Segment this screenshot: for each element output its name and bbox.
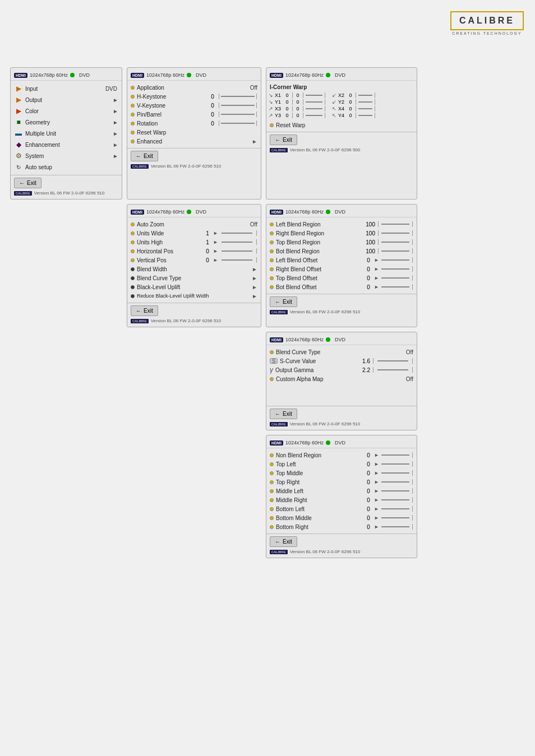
sc-d: [373, 358, 373, 364]
mu-reduce-row[interactable]: Reduce Black-Level Uplift Width ►: [127, 291, 261, 300]
hp-d: [256, 248, 257, 254]
br2-slider: [381, 526, 409, 527]
cw-y4-icon: ↖: [332, 113, 336, 118]
mu-autozoom-row[interactable]: Auto Zoom Off: [127, 220, 261, 229]
geo-enhanced-row[interactable]: Enhanced ►: [127, 137, 261, 146]
br-leftoff-row[interactable]: Left Blend Offset 0 ►: [266, 256, 417, 265]
color-icon: ▶: [14, 106, 23, 115]
cw-y3-d2: [303, 113, 303, 118]
cw-exit-button[interactable]: ← Exit: [270, 134, 297, 145]
cw-reset-row[interactable]: Reset Warp: [266, 120, 417, 129]
bcp-type-row[interactable]: Blend Curve Type Off: [266, 347, 417, 356]
output-icon: ▶: [14, 95, 23, 104]
tbo-arrow: ►: [374, 275, 379, 281]
menu-item-geometry[interactable]: ■ Geometry ►: [11, 117, 122, 128]
nb-midleft-row[interactable]: Middle Left 0 ►: [266, 486, 417, 495]
cw-y2-d: [356, 99, 356, 105]
mu-unitshigh-row[interactable]: Units High 1 ►: [127, 238, 261, 247]
exit-arrow-icon: ←: [19, 180, 25, 186]
uw-indicator: [131, 231, 135, 235]
cw-res: 1024x768p 60Hz: [285, 72, 324, 78]
nb-nonblend-row[interactable]: Non Blend Region 0 ►: [266, 451, 417, 460]
nb-botleft-row[interactable]: Bottom Left 0 ►: [266, 504, 417, 513]
bcp-calibre-badge: CALIBRE: [270, 422, 288, 426]
br-exit-button[interactable]: ← Exit: [270, 296, 297, 307]
bl2-ind: [270, 507, 274, 511]
rbo-value: 0: [365, 266, 372, 272]
menu-item-system[interactable]: ⚙ System ►: [11, 150, 122, 161]
geo-pinbarrel-row[interactable]: Pin/Barrel 0: [127, 110, 261, 119]
br2-d: [412, 524, 413, 530]
nb-topleft-row[interactable]: Top Left 0 ►: [266, 460, 417, 469]
tbo-slider: [381, 277, 409, 279]
br-top-row[interactable]: Top Blend Region 100: [266, 238, 417, 247]
color-arrow: ►: [113, 108, 118, 114]
mu-blendwidth-row[interactable]: Blend Width ►: [127, 265, 261, 273]
vk-slider[interactable]: [218, 103, 257, 108]
nb-dvd-label: DVD: [335, 440, 345, 446]
geo-exit-button[interactable]: ← Exit: [131, 151, 158, 161]
mu-exit-button[interactable]: ← Exit: [131, 305, 158, 316]
mu-vpos-row[interactable]: Vertical Pos 0 ►: [127, 256, 261, 265]
rot-slider[interactable]: [218, 120, 257, 126]
mu-hpos-row[interactable]: Horizontal Pos 0 ►: [127, 247, 261, 256]
br-left-row[interactable]: Left Blend Region 100: [266, 220, 417, 229]
br-botoff-row[interactable]: Bot Blend Offset 0 ►: [266, 282, 417, 291]
br-rightoff-row[interactable]: Right Blend Offset 0 ►: [266, 265, 417, 273]
bc-header: HDMI 1024x768p 60Hz DVD: [266, 336, 417, 345]
nb-midright-row[interactable]: Middle Right 0 ►: [266, 495, 417, 504]
mu-version-bar: CALIBRE Version BL 06 FW 2-0-0F 6296 510: [127, 317, 261, 324]
corner-warp-title: I-Corner Warp: [266, 83, 417, 92]
bcp-alphamap-row[interactable]: Custom Alpha Map Off: [266, 374, 417, 383]
mu-hdmi: HDMI: [131, 210, 144, 215]
nb-topright-row[interactable]: Top Right 0 ►: [266, 477, 417, 486]
input-icon: ▶: [14, 84, 23, 93]
hp-indicator: [131, 249, 135, 253]
enh-indicator: [131, 140, 135, 143]
menu-item-auto[interactable]: ↻ Auto setup: [11, 161, 122, 173]
nb-botmid-row[interactable]: Bottom Middle 0 ►: [266, 513, 417, 522]
br-topoff-row[interactable]: Top Blend Offset 0 ►: [266, 273, 417, 282]
tbo-value: 0: [365, 275, 372, 281]
bm-ind: [270, 516, 274, 520]
uw-slider: [222, 233, 252, 234]
geo-resetwarp-row[interactable]: Reset Warp: [127, 128, 261, 137]
menu-item-input[interactable]: ▶ Input DVD: [11, 83, 122, 94]
geo-application-row[interactable]: Application Off: [127, 83, 261, 92]
hk-slider[interactable]: [218, 94, 257, 99]
bm-value: 0: [365, 515, 372, 521]
logo-sub: CREATING TECHNOLOGY: [450, 31, 524, 35]
geo-rotation-row[interactable]: Rotation 0: [127, 119, 261, 128]
nb-botright-row[interactable]: Bottom Right 0 ►: [266, 522, 417, 531]
mu-blendcurve-row[interactable]: Blend Curve Type ►: [127, 273, 261, 282]
mr-value: 0: [365, 497, 372, 503]
mu-blacklevel-row[interactable]: Black-Level Uplift ►: [127, 282, 261, 291]
bcp-scurve-row[interactable]: S S-Curve Value 1.6: [266, 356, 417, 365]
mu-unitswide-row[interactable]: Units Wide 1 ►: [127, 229, 261, 238]
bcp-exit-button[interactable]: ← Exit: [270, 409, 297, 419]
br-header: HDMI 1024x768p 60Hz DVD: [266, 208, 417, 217]
mu-exit-label: Exit: [144, 308, 153, 314]
bm-d: [412, 515, 413, 521]
br-right-row[interactable]: Right Blend Region 100: [266, 229, 417, 238]
main-exit-button[interactable]: ← Exit: [14, 178, 41, 188]
geo-hkeystone-row[interactable]: H-Keystone 0: [127, 92, 261, 101]
cw-x1-d3: [325, 92, 325, 98]
menu-item-enhancement[interactable]: ◆ Enhancement ►: [11, 139, 122, 150]
main-menu-panel: HDMI 1024x768p 60Hz DVD ▶ Input DVD ▶ Ou…: [10, 67, 122, 200]
system-label: System: [25, 153, 110, 159]
bcp-gamma-row[interactable]: γ Output Gamma 2.2: [266, 365, 417, 374]
rbo-arrow: ►: [374, 266, 379, 272]
cw-x3-val: 0: [284, 106, 290, 112]
bbo-value: 0: [365, 284, 372, 290]
menu-item-output[interactable]: ▶ Output ►: [11, 94, 122, 105]
pb-slider[interactable]: [218, 112, 257, 117]
vk-div1: [219, 103, 219, 108]
nb-exit-button[interactable]: ← Exit: [270, 536, 297, 547]
menu-item-multiple[interactable]: ▬ Multiple Unit ►: [11, 128, 122, 139]
geo-vkeystone-row[interactable]: V-Keystone 0: [127, 101, 261, 110]
nb-topmid-row[interactable]: Top Middle 0 ►: [266, 469, 417, 477]
menu-item-color[interactable]: ▶ Color ►: [11, 105, 122, 117]
enh-arrow: ►: [252, 138, 257, 145]
br-bot-row[interactable]: Bot Blend Region 100: [266, 247, 417, 256]
